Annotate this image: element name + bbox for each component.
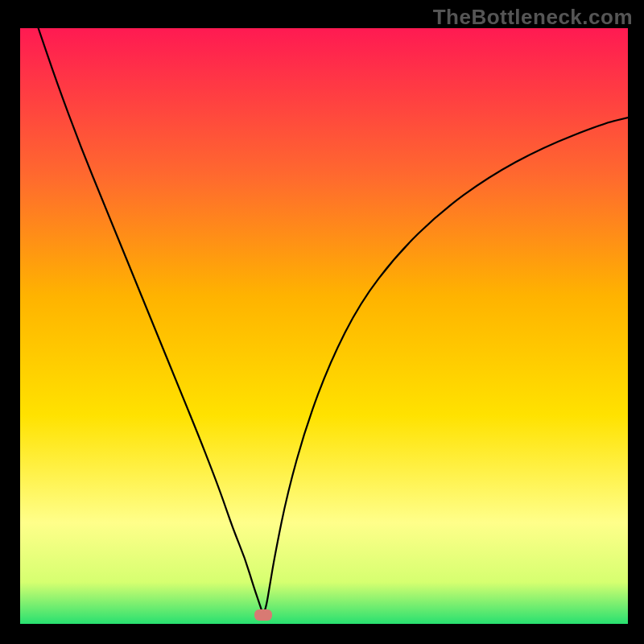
minimum-marker xyxy=(254,609,272,621)
chart-svg xyxy=(20,28,628,624)
gradient-background xyxy=(20,28,628,624)
plot-area xyxy=(20,28,628,624)
watermark-text: TheBottleneck.com xyxy=(433,5,633,30)
chart-container: TheBottleneck.com xyxy=(0,0,644,644)
